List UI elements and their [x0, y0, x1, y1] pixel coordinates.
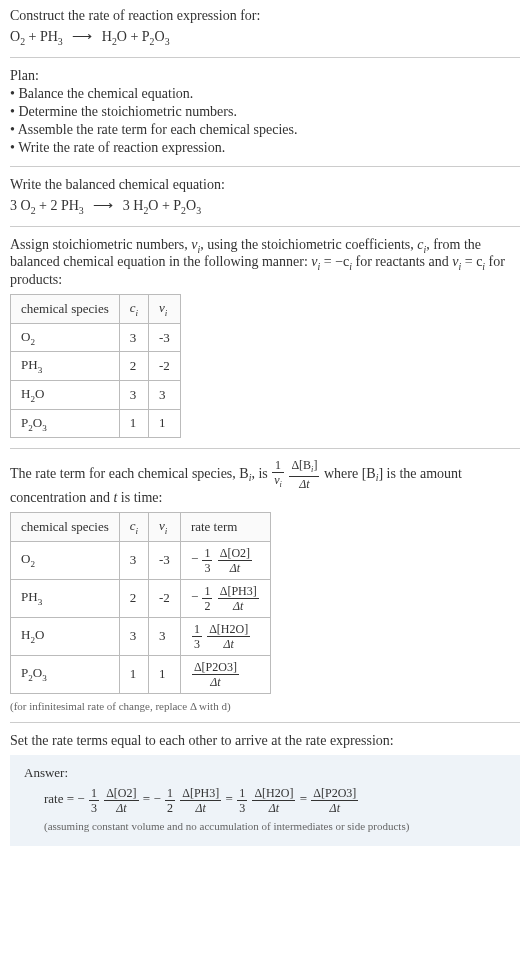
- cell-ci: 3: [119, 323, 148, 352]
- cell-ci: 3: [119, 380, 148, 409]
- table-header-row: chemical species ci νi rate term: [11, 512, 271, 541]
- divider: [10, 166, 520, 167]
- cell-vi: 3: [149, 380, 181, 409]
- cell-vi: -3: [149, 541, 181, 579]
- cell-vi: 3: [149, 617, 181, 655]
- cell-species: O2: [11, 541, 120, 579]
- stoich-table: chemical species ci νi O2 3 -3 PH3 2 -2 …: [10, 294, 181, 438]
- balanced-section: Write the balanced chemical equation: 3 …: [10, 177, 520, 216]
- col-rate: rate term: [180, 512, 270, 541]
- plan-item: • Determine the stoichiometric numbers.: [10, 104, 520, 120]
- cell-vi: 1: [149, 655, 181, 693]
- table-row: O2 3 -3: [11, 323, 181, 352]
- table-row: P2O3 1 1 Δ[P2O3]Δt: [11, 655, 271, 693]
- cell-species: O2: [11, 323, 120, 352]
- arrow-icon: ⟶: [72, 29, 92, 44]
- table-row: P2O3 1 1: [11, 409, 181, 438]
- col-vi: νi: [149, 512, 181, 541]
- cell-rate: 13 Δ[H2O]Δt: [180, 617, 270, 655]
- divider: [10, 226, 520, 227]
- answer-assumption: (assuming constant volume and no accumul…: [44, 820, 506, 832]
- plus: +: [29, 29, 40, 44]
- cell-vi: -3: [149, 323, 181, 352]
- col-vi: νi: [149, 295, 181, 324]
- rate-term-section: The rate term for each chemical species,…: [10, 459, 520, 711]
- stoich-section: Assign stoichiometric numbers, νi, using…: [10, 237, 520, 439]
- divider: [10, 448, 520, 449]
- cell-vi: -2: [149, 579, 181, 617]
- intro-text: Construct the rate of reaction expressio…: [10, 8, 520, 24]
- fraction: Δ[Bi]Δt: [289, 459, 319, 490]
- species-p2o3: P2O3: [142, 29, 170, 44]
- divider: [10, 722, 520, 723]
- cell-rate: − 13 Δ[O2]Δt: [180, 541, 270, 579]
- cell-rate: Δ[P2O3]Δt: [180, 655, 270, 693]
- stoich-text: Assign stoichiometric numbers, νi, using…: [10, 237, 520, 289]
- rate-table: chemical species ci νi rate term O2 3 -3…: [10, 512, 271, 694]
- cell-species: P2O3: [11, 409, 120, 438]
- rate-term-text: The rate term for each chemical species,…: [10, 459, 520, 506]
- table-row: PH3 2 -2: [11, 352, 181, 381]
- plan-item: • Write the rate of reaction expression.: [10, 140, 520, 156]
- balanced-equation: 3 O2 + 2 PH3 ⟶ 3 H2O + P2O3: [10, 197, 520, 216]
- cell-ci: 1: [119, 655, 148, 693]
- cell-species: H2O: [11, 380, 120, 409]
- plus: +: [130, 29, 141, 44]
- table-row: PH3 2 -2 − 12 Δ[PH3]Δt: [11, 579, 271, 617]
- col-ci: ci: [119, 512, 148, 541]
- cell-rate: − 12 Δ[PH3]Δt: [180, 579, 270, 617]
- cell-species: H2O: [11, 617, 120, 655]
- answer-label: Answer:: [24, 765, 506, 781]
- plan-title: Plan:: [10, 68, 520, 84]
- divider: [10, 57, 520, 58]
- species-h2o: H2O: [102, 29, 127, 44]
- table-row: H2O 3 3: [11, 380, 181, 409]
- cell-species: PH3: [11, 579, 120, 617]
- final-title: Set the rate terms equal to each other t…: [10, 733, 520, 749]
- plan-item: • Assemble the rate term for each chemic…: [10, 122, 520, 138]
- balanced-title: Write the balanced chemical equation:: [10, 177, 520, 193]
- answer-box: Answer: rate = − 13 Δ[O2]Δt = − 12 Δ[PH3…: [10, 755, 520, 846]
- table-header-row: chemical species ci νi: [11, 295, 181, 324]
- species-o2: O2: [10, 29, 25, 44]
- cell-species: PH3: [11, 352, 120, 381]
- fraction: 1νi: [272, 459, 284, 490]
- intro-section: Construct the rate of reaction expressio…: [10, 8, 520, 47]
- cell-ci: 2: [119, 579, 148, 617]
- cell-species: P2O3: [11, 655, 120, 693]
- col-species: chemical species: [11, 512, 120, 541]
- final-section: Set the rate terms equal to each other t…: [10, 733, 520, 846]
- rate-expression: rate = − 13 Δ[O2]Δt = − 12 Δ[PH3]Δt = 13…: [44, 787, 506, 814]
- cell-ci: 1: [119, 409, 148, 438]
- unbalanced-equation: O2 + PH3 ⟶ H2O + P2O3: [10, 28, 520, 47]
- species-ph3: PH3: [40, 29, 63, 44]
- cell-ci: 2: [119, 352, 148, 381]
- cell-vi: 1: [149, 409, 181, 438]
- cell-ci: 3: [119, 541, 148, 579]
- table-row: H2O 3 3 13 Δ[H2O]Δt: [11, 617, 271, 655]
- cell-ci: 3: [119, 617, 148, 655]
- col-ci: ci: [119, 295, 148, 324]
- col-species: chemical species: [11, 295, 120, 324]
- table-row: O2 3 -3 − 13 Δ[O2]Δt: [11, 541, 271, 579]
- plan-item: • Balance the chemical equation.: [10, 86, 520, 102]
- rate-note: (for infinitesimal rate of change, repla…: [10, 700, 520, 712]
- cell-vi: -2: [149, 352, 181, 381]
- plan-section: Plan: • Balance the chemical equation. •…: [10, 68, 520, 156]
